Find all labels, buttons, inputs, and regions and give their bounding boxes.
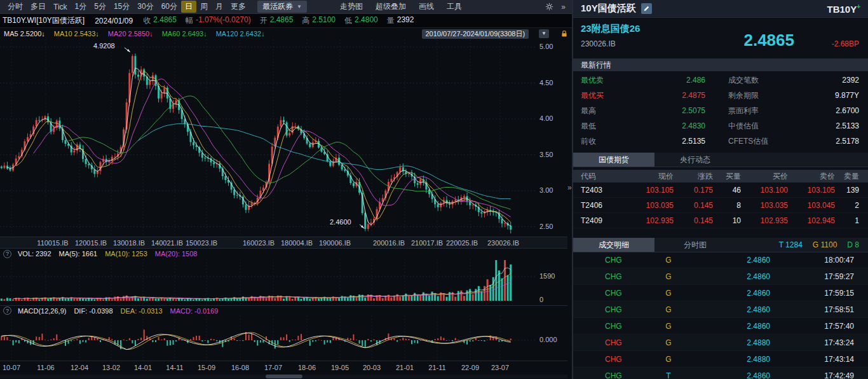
- info-label: 开: [260, 15, 268, 26]
- date-axis-label: 13-02: [102, 364, 120, 371]
- futures-cell: T2403: [573, 186, 618, 195]
- horizontal-scrollbar[interactable]: [0, 375, 567, 378]
- bond-selector-dropdown[interactable]: 最活跃券 ▼: [257, 1, 307, 13]
- period-button-5分[interactable]: 5分: [90, 1, 110, 13]
- period-button-1分[interactable]: 1分: [71, 1, 91, 13]
- volume-pane-header: ? VOL: 2392MA(5): 1661MA(10): 1253MA(20)…: [0, 249, 567, 259]
- trade-type: G: [649, 305, 688, 314]
- ma-item-MA20: MA20 2.5850↓: [108, 30, 153, 38]
- range-dropdown-icon[interactable]: ▼: [539, 29, 549, 38]
- period-button-周[interactable]: 周: [196, 1, 212, 13]
- quote-label: 票面利率: [705, 106, 792, 116]
- edit-pencil-icon[interactable]: [641, 3, 652, 14]
- trade-type: T: [649, 371, 688, 379]
- trade-type: G: [649, 338, 688, 347]
- info-label: 低: [344, 15, 352, 26]
- tab-成交明细[interactable]: 成交明细: [573, 238, 654, 252]
- indicator-value: DEA: -0.0313: [121, 307, 163, 315]
- panel-collapse-icon[interactable]: »: [567, 183, 572, 192]
- tab-央行动态[interactable]: 央行动态: [654, 153, 736, 167]
- info-field: 低2.4800: [344, 15, 378, 26]
- toolbar-overflow-icon[interactable]: »: [561, 3, 566, 11]
- settings-gear-icon[interactable]: [545, 3, 553, 11]
- quote-label: 剩余期限: [705, 90, 792, 101]
- futures-cell: 8: [713, 201, 741, 210]
- futures-row[interactable]: T2403103.1050.17546103.100103.105139: [573, 183, 868, 198]
- trade-row[interactable]: CHGG2.486017:59:27: [573, 268, 868, 285]
- y-axis-tick: 1590: [539, 272, 555, 280]
- tab-国债期货[interactable]: 国债期货: [573, 153, 654, 167]
- futures-cell: 139: [835, 186, 859, 195]
- instrument-info-bar: TB10Y.WI[10Y国债活跃] 2024/01/09 收2.4865幅-1.…: [0, 14, 572, 28]
- bond-axis-label: 130018.IB: [113, 239, 145, 247]
- futures-cell: 103.035: [618, 201, 674, 210]
- trade-price: 2.4860: [688, 289, 770, 298]
- indicator-value: VOL: 2392: [18, 250, 51, 258]
- trade-row[interactable]: CHGG2.488017:43:24: [573, 334, 868, 351]
- tool-button-画线[interactable]: 画线: [415, 1, 438, 13]
- futures-cell: T2409: [573, 216, 618, 225]
- period-button-Tick[interactable]: Tick: [50, 2, 71, 12]
- tab-分时图[interactable]: 分时图: [654, 238, 736, 252]
- trades-tabs: 成交明细分时图: [573, 238, 736, 252]
- y-axis-tick: 2.50: [539, 223, 553, 230]
- info-label: 高: [302, 15, 309, 26]
- quote-value: 2.486: [630, 76, 705, 85]
- period-button-更多[interactable]: 更多: [227, 1, 250, 13]
- scrollbar-thumb[interactable]: [266, 375, 302, 378]
- info-field: 收2.4865: [143, 15, 177, 26]
- futures-row[interactable]: T2406103.0350.1458103.035103.0452: [573, 198, 868, 213]
- period-button-15分[interactable]: 15分: [110, 1, 133, 13]
- instrument-name[interactable]: TB10Y.WI[10Y国债活跃]: [3, 15, 85, 26]
- period-button-多日[interactable]: 多日: [27, 1, 50, 13]
- trade-tag: CHG: [573, 322, 649, 331]
- bond-axis-label: 150023.IB: [186, 239, 217, 247]
- trade-row[interactable]: CHGG2.486017:59:15: [573, 285, 868, 301]
- trade-type: G: [649, 355, 688, 364]
- ma-indicator-bar: MA5 2.5200↓MA10 2.5433↓MA20 2.5850↓MA60 …: [0, 28, 572, 39]
- futures-cell: 103.045: [788, 201, 835, 210]
- instrument-code-button[interactable]: TB10Y+: [827, 3, 860, 15]
- tool-button-工具[interactable]: 工具: [443, 1, 466, 13]
- help-icon[interactable]: ?: [3, 250, 11, 258]
- bond-name[interactable]: 23附息国债26: [581, 23, 640, 35]
- trade-row[interactable]: CHGG2.486018:00:47: [573, 252, 868, 268]
- period-button-日[interactable]: 日: [181, 1, 196, 13]
- trade-type: G: [649, 289, 688, 298]
- trade-row[interactable]: CHGG2.486017:58:51: [573, 301, 868, 318]
- bond-code: 230026.IB: [581, 39, 616, 48]
- period-button-月[interactable]: 月: [212, 1, 227, 13]
- last-price: 2.4865: [743, 31, 794, 50]
- tool-button-走势图[interactable]: 走势图: [336, 1, 367, 13]
- lock-icon[interactable]: [560, 30, 568, 38]
- quote-panel: » 10Y国债活跃 TB10Y+ 23附息国债26 230026.IB 2.48…: [572, 0, 868, 379]
- bond-axis-label: 140021.IB: [151, 239, 183, 247]
- futures-col-header: 现价: [618, 171, 674, 182]
- trade-row[interactable]: CHGG2.488017:43:14: [573, 351, 868, 368]
- bond-axis-label: 210017.IB: [411, 239, 443, 247]
- tool-button-超级叠加[interactable]: 超级叠加: [372, 1, 410, 13]
- futures-row[interactable]: T2409102.9350.14510102.935102.9451: [573, 213, 868, 228]
- chevron-down-icon: ▼: [297, 4, 302, 10]
- ma-item-MA5: MA5 2.5200↓: [4, 30, 45, 38]
- info-value: 2.4865: [270, 15, 294, 26]
- trade-row[interactable]: CHGG2.486017:57:40: [573, 318, 868, 334]
- volume-chart[interactable]: [0, 259, 537, 305]
- info-label: 收: [143, 15, 151, 26]
- period-button-分时[interactable]: 分时: [4, 1, 27, 13]
- quote-row: 最低2.4830中债估值2.5133: [573, 118, 868, 134]
- trade-time: 17:59:15: [770, 289, 868, 298]
- trade-price: 2.4860: [688, 322, 770, 331]
- help-icon[interactable]: ?: [3, 307, 11, 315]
- quote-value: 9.877Y: [792, 91, 868, 100]
- candlestick-chart[interactable]: 4.92082.4600: [0, 39, 537, 237]
- macd-chart[interactable]: [0, 315, 537, 361]
- quote-value: 2392: [792, 76, 868, 85]
- trade-row[interactable]: CHGT2.486017:42:49: [573, 368, 868, 379]
- date-range-selector[interactable]: 2010/07/27-2024/01/09(3308日): [422, 29, 529, 39]
- indicator-value: MA(5): 1661: [59, 250, 98, 258]
- quote-value: 2.5135: [630, 137, 705, 146]
- period-button-30分[interactable]: 30分: [133, 1, 157, 13]
- bond-axis-label: 220025.IB: [446, 239, 478, 247]
- period-button-60分[interactable]: 60分: [158, 1, 181, 13]
